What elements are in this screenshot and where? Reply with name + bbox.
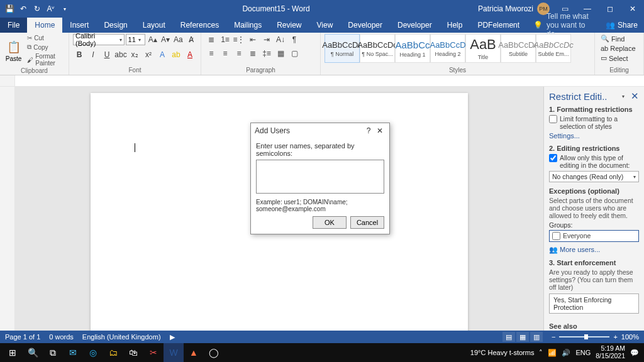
shrink-font-button[interactable]: A▾ [160,34,171,45]
dialog-close-icon[interactable]: ✕ [374,126,386,135]
start-button[interactable]: ⊞ [3,343,23,362]
style-title[interactable]: AaBTitle [465,34,501,63]
page-count[interactable]: Page 1 of 1 [5,333,40,341]
dialog-title-bar[interactable]: Add Users ? ✕ [251,123,389,138]
cancel-button[interactable]: Cancel [350,216,384,229]
touch-mode-icon[interactable]: Aᵛ [45,3,57,14]
borders-button[interactable]: ▢ [288,48,301,59]
undo-icon[interactable]: ↶ [18,3,29,14]
style-gallery[interactable]: AaBbCcDc¶ Normal AaBbCcDc¶ No Spac... Aa… [325,34,571,67]
zoom-out-icon[interactable]: − [552,333,555,341]
print-layout-button[interactable]: ▦ [516,332,529,342]
account-area[interactable]: Patricia Mworozi PM [478,3,553,15]
align-right-button[interactable]: ≡ [233,48,245,59]
ok-button[interactable]: OK [313,216,347,229]
store-app-icon[interactable]: 🛍 [123,343,143,362]
find-button[interactable]: 🔍Find [599,34,638,43]
tray-notifications-icon[interactable]: 💬 [630,349,639,357]
zoom-control[interactable]: − + 100% [552,333,639,341]
snip-app-icon[interactable]: ✂ [143,343,164,362]
limit-formatting-checkbox[interactable]: Limit formatting to a selection of style… [549,115,639,130]
editing-type-select[interactable]: No changes (Read only)▾ [549,171,639,182]
clear-formatting-button[interactable]: A̷ [186,34,197,45]
task-view-button[interactable]: ⧉ [43,343,63,362]
change-case-button[interactable]: Aa [172,34,184,45]
align-left-button[interactable]: ≡ [205,48,218,59]
tab-help[interactable]: Help [440,18,470,33]
tray-clock[interactable]: 5:19 AM 8/15/2021 [596,345,625,359]
tab-pdfelement[interactable]: PDFelement [470,18,527,33]
tab-design[interactable]: Design [96,18,135,33]
align-center-button[interactable]: ≡ [219,48,231,59]
explorer-app-icon[interactable]: 🗂 [103,343,123,362]
tray-language[interactable]: ENG [575,349,591,356]
word-count[interactable]: 0 words [49,333,74,341]
tray-network-icon[interactable]: 📶 [548,349,557,357]
close-icon[interactable]: ✕ [621,0,644,18]
cut-button[interactable]: ✂Cut [26,34,65,42]
style-subtle-emphasis[interactable]: AaBbCcDcSubtle Em... [536,34,571,63]
subscript-button[interactable]: x₂ [128,49,141,60]
mail-app-icon[interactable]: ✉ [63,343,83,362]
save-icon[interactable]: 💾 [4,3,15,14]
font-size-combo[interactable]: 11▾ [126,34,146,45]
numbering-button[interactable]: 1≡ [219,34,231,45]
language-status[interactable]: English (United Kingdom) [82,333,161,341]
word-app-icon[interactable]: W [164,343,184,362]
strikethrough-button[interactable]: abc [114,49,127,60]
font-color-button[interactable]: A [184,49,196,60]
search-button[interactable]: 🔍 [23,343,43,362]
maximize-icon[interactable]: ◻ [599,0,621,18]
superscript-button[interactable]: x² [142,49,155,60]
style-no-spacing[interactable]: AaBbCcDc¶ No Spac... [360,34,395,63]
line-spacing-button[interactable]: ‡≡ [260,48,273,59]
redo-icon[interactable]: ↻ [31,3,43,14]
tab-file[interactable]: File [0,18,27,33]
bold-button[interactable]: B [73,49,86,60]
edge-app-icon[interactable]: ◎ [83,343,103,362]
decrease-indent-button[interactable]: ⇤ [247,34,259,45]
increase-indent-button[interactable]: ⇥ [260,34,273,45]
pane-close-icon[interactable]: ✕ [631,90,639,102]
tab-mailings[interactable]: Mailings [226,18,269,33]
more-users-link[interactable]: 👥 More users... [549,246,639,254]
sort-button[interactable]: A↓ [274,34,287,45]
justify-button[interactable]: ≣ [247,48,259,59]
tab-developer[interactable]: Developer [340,18,390,33]
chrome-app-icon[interactable]: ◯ [204,343,224,362]
tray-chevron-icon[interactable]: ˄ [539,349,543,357]
zoom-slider[interactable] [559,336,609,337]
multilevel-list-button[interactable]: ≡⋮ [233,34,245,45]
formatting-settings-link[interactable]: Settings... [549,132,639,140]
style-subtitle[interactable]: AaBbCcDcSubtitle [501,34,536,63]
style-normal[interactable]: AaBbCcDc¶ Normal [325,34,360,63]
tab-view[interactable]: View [309,18,341,33]
highlight-button[interactable]: ab [170,49,182,60]
zoom-level[interactable]: 100% [621,333,639,341]
italic-button[interactable]: I [87,49,99,60]
grow-font-button[interactable]: A▴ [147,34,158,45]
style-heading-1[interactable]: AaBbCcHeading 1 [395,34,430,63]
user-names-input[interactable] [256,160,384,194]
underline-button[interactable]: U [101,49,113,60]
zoom-in-icon[interactable]: + [613,333,617,341]
macro-icon[interactable]: ▶ [170,333,175,341]
read-mode-button[interactable]: ▤ [502,332,515,342]
tell-me-search[interactable]: 💡 Tell me what you want to do [527,18,599,33]
tab-insert[interactable]: Insert [62,18,96,33]
allow-editing-type-checkbox[interactable]: Allow only this type of editing in the d… [549,154,639,169]
bullets-button[interactable]: ≣ [205,34,218,45]
qat-more-icon[interactable]: ▾ [59,3,70,14]
pane-menu-icon[interactable]: ▾ [622,94,625,99]
horizontal-ruler[interactable] [15,75,644,86]
weather-widget[interactable]: 19°C Heavy t-storms [470,349,535,356]
replace-button[interactable]: abReplace [599,44,638,53]
tab-developer-2[interactable]: Developer [390,18,440,33]
tab-review[interactable]: Review [269,18,309,33]
group-everyone-checkbox[interactable]: Everyone [552,232,636,240]
text-effects-button[interactable]: A [156,49,169,60]
tab-references[interactable]: References [173,18,226,33]
style-heading-2[interactable]: AaBbCcDHeading 2 [430,34,465,63]
format-painter-button[interactable]: 🖌Format Painter [26,52,65,67]
tray-volume-icon[interactable]: 🔊 [562,349,570,357]
